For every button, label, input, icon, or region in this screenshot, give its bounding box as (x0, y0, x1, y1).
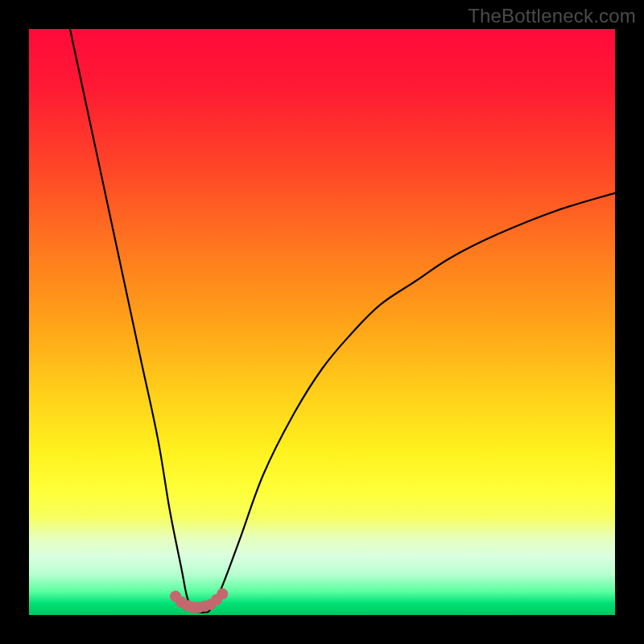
chart-frame: TheBottleneck.com (0, 0, 644, 644)
bottleneck-curve (70, 29, 615, 613)
valley-dot (217, 588, 228, 600)
valley-dots-group (170, 588, 228, 613)
plot-area (29, 29, 615, 615)
plot-svg (29, 29, 615, 615)
watermark-text: TheBottleneck.com (468, 5, 636, 27)
